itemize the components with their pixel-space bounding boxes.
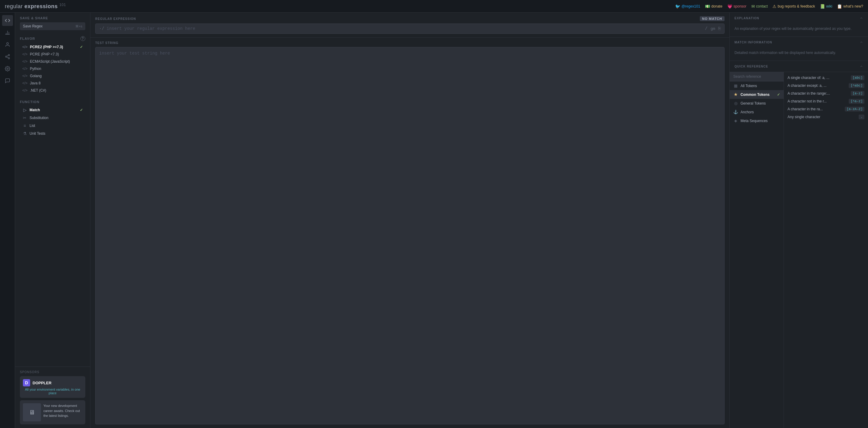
nav-whatsnew-link[interactable]: 📋 what's new? xyxy=(837,4,863,9)
regex-delimiter-end: / xyxy=(704,26,709,31)
nav-twitter-link[interactable]: 🐦 @regex101 xyxy=(675,4,700,9)
anchors-icon: ⚓ xyxy=(733,110,738,114)
ref-item-desc-4: A character in the ra... xyxy=(787,107,842,111)
doppler-header: D DOPPLER xyxy=(23,379,82,387)
save-regex-label: Save Regex xyxy=(23,24,42,28)
doppler-name: DOPPLER xyxy=(33,381,52,385)
svg-point-5 xyxy=(8,55,10,56)
explanation-content: An explanation of your regex will be aut… xyxy=(730,24,868,36)
category-general-tokens[interactable]: ◎ General Tokens xyxy=(730,99,784,108)
logo-expressions: expressions xyxy=(24,3,58,9)
match-info-content: Detailed match information will be displ… xyxy=(730,48,868,61)
ref-item-token-2: [a-z] xyxy=(851,91,864,96)
flavor-pcre2[interactable]: </> PCRE2 (PHP >=7.3) ✓ xyxy=(20,43,85,51)
icon-sidebar xyxy=(0,13,15,428)
ref-item-desc-5: Any single character xyxy=(787,115,856,119)
nav-donate-link[interactable]: 💵 donate xyxy=(705,4,722,9)
nav-bug-link[interactable]: ⚠ bug reports & feedback xyxy=(772,4,815,9)
match-info-header[interactable]: MATCH INFORMATION xyxy=(730,37,868,48)
ref-item-desc-2: A character in the range:... xyxy=(787,91,848,96)
quick-ref-header[interactable]: QUICK REFERENCE xyxy=(730,61,868,72)
nav-wiki-link[interactable]: 📗 wiki xyxy=(820,4,832,9)
ref-item-5[interactable]: Any single character . xyxy=(784,113,868,121)
contact-icon: ✉ xyxy=(751,4,755,9)
doppler-sponsor-card[interactable]: D DOPPLER All your environment variables… xyxy=(20,376,85,398)
category-all-tokens[interactable]: ▦ All Tokens xyxy=(730,81,784,90)
sidebar-btn-settings[interactable] xyxy=(2,63,13,74)
quick-ref-body: ▦ All Tokens ★ Common Tokens ✓ ◎ General… xyxy=(730,72,868,428)
ref-item-0[interactable]: A single character of: a, ... [abc] xyxy=(784,74,868,82)
match-icon: ▷ xyxy=(22,108,27,113)
match-info-chevron-icon xyxy=(860,40,863,44)
explanation-header[interactable]: EXPLANATION xyxy=(730,13,868,24)
test-string-input[interactable] xyxy=(95,47,724,424)
regex-input[interactable] xyxy=(105,24,704,33)
function-match[interactable]: ▷ Match ✓ xyxy=(20,106,85,114)
svg-point-4 xyxy=(7,42,8,44)
sponsors-title: SPONSORS xyxy=(20,370,85,374)
explanation-chevron-icon xyxy=(860,16,863,20)
center-panel: REGULAR EXPRESSION no match ·/ / gm ⎘ TE… xyxy=(90,13,730,428)
category-common-tokens[interactable]: ★ Common Tokens ✓ xyxy=(730,90,784,99)
nav-contact-link[interactable]: ✉ contact xyxy=(751,4,768,9)
function-list[interactable]: ≡ List xyxy=(20,122,85,130)
ref-item-desc-0: A single character of: a, ... xyxy=(787,75,848,80)
nav-sponsor-label: sponsor xyxy=(734,4,747,8)
flavor-pcre[interactable]: </> PCRE (PHP <7.3) xyxy=(20,51,85,58)
sidebar-btn-feedback[interactable] xyxy=(2,75,13,86)
flavor-java8[interactable]: </> Java 8 xyxy=(20,80,85,87)
general-tokens-icon: ◎ xyxy=(733,101,738,105)
match-information-section: MATCH INFORMATION Detailed match informa… xyxy=(730,37,868,61)
flavor-pcre-label: PCRE (PHP <7.3) xyxy=(30,52,59,56)
flavor-golang-label: Golang xyxy=(30,74,41,78)
unit-tests-icon: ⚗ xyxy=(22,131,27,136)
ref-item-4[interactable]: A character in the ra... [a-zA-Z] xyxy=(784,105,868,113)
doppler-tagline: All your environment variables, in one p… xyxy=(23,388,82,395)
general-tokens-label: General Tokens xyxy=(741,101,766,105)
nav-twitter-label: @regex101 xyxy=(681,4,700,8)
sidebar-btn-code[interactable] xyxy=(2,15,13,26)
user-icon xyxy=(5,42,10,47)
flavor-dotnet-label: .NET (C#) xyxy=(30,88,46,93)
category-anchors[interactable]: ⚓ Anchors xyxy=(730,108,784,116)
sponsor-icon: 💗 xyxy=(727,4,733,9)
save-regex-button[interactable]: Save Regex ⌘+s xyxy=(20,22,85,30)
ref-item-2[interactable]: A character in the range:... [a-z] xyxy=(784,90,868,97)
sidebar-btn-chart[interactable] xyxy=(2,27,13,38)
ref-item-desc-3: A character not in the r... xyxy=(787,99,846,103)
ref-item-token-1: [^abc] xyxy=(849,83,864,88)
function-match-check: ✓ xyxy=(80,108,83,112)
flavor-ecma[interactable]: </> ECMAScript (JavaScript) xyxy=(20,58,85,65)
function-section: FUNCTION ▷ Match ✓ ✂ Substitution ≡ List… xyxy=(15,96,90,140)
sidebar-btn-share[interactable] xyxy=(2,51,13,62)
flavor-code-icon-2: </> xyxy=(22,52,27,56)
quick-ref-title: QUICK REFERENCE xyxy=(735,65,768,68)
regex-section-label: REGULAR EXPRESSION no match xyxy=(95,16,724,21)
function-list-label: List xyxy=(30,124,35,128)
logo[interactable]: regular expressions 101 xyxy=(5,3,66,10)
flavor-help-icon[interactable]: ? xyxy=(81,36,85,41)
ref-item-3[interactable]: A character not in the r... [^a-z] xyxy=(784,97,868,105)
sidebar-btn-user[interactable] xyxy=(2,39,13,50)
flavor-code-icon-3: </> xyxy=(22,59,27,64)
flavor-golang[interactable]: </> Golang xyxy=(20,72,85,80)
function-substitution[interactable]: ✂ Substitution xyxy=(20,114,85,122)
nav-whatsnew-label: what's new? xyxy=(843,4,863,8)
function-unit-tests[interactable]: ⚗ Unit Tests xyxy=(20,130,85,137)
copy-icon[interactable]: ⎘ xyxy=(717,26,722,31)
save-shortcut: ⌘+s xyxy=(75,24,82,28)
flavor-python[interactable]: </> Python xyxy=(20,65,85,72)
search-reference-input[interactable] xyxy=(730,72,784,81)
nav-wiki-label: wiki xyxy=(826,4,832,8)
flavor-dotnet[interactable]: </> .NET (C#) xyxy=(20,87,85,94)
substitution-icon: ✂ xyxy=(22,116,27,120)
quick-ref-items: A single character of: a, ... [abc] A ch… xyxy=(784,72,868,428)
regex-flags[interactable]: gm xyxy=(709,27,717,31)
authentic-jobs-card[interactable]: 🖥 Your new development career awaits. Ch… xyxy=(20,400,85,424)
bug-icon: ⚠ xyxy=(772,4,776,9)
ref-item-1[interactable]: A character except: a, ... [^abc] xyxy=(784,82,868,90)
common-tokens-check: ✓ xyxy=(777,93,780,97)
category-meta-sequences[interactable]: ◈ Meta Sequences xyxy=(730,116,784,125)
flavor-code-icon-5: </> xyxy=(22,74,27,78)
nav-sponsor-link[interactable]: 💗 sponsor xyxy=(727,4,747,9)
